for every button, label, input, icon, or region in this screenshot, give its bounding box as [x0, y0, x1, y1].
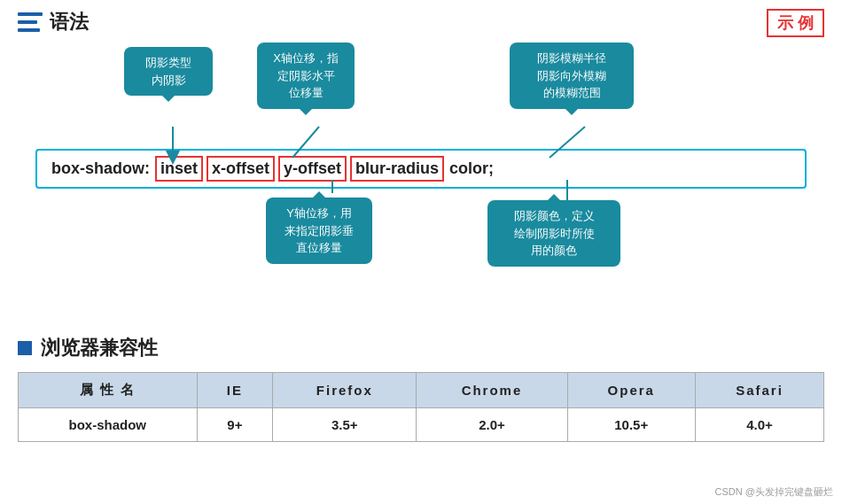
- syntax-bar-wrapper: box-shadow: inset x-offset y-offset blur…: [35, 149, 807, 189]
- syntax-property: box-shadow:: [48, 158, 153, 180]
- syntax-y-offset: y-offset: [278, 156, 347, 182]
- table-body: box-shadow 9+ 3.5+ 2.0+ 10.5+ 4.0+: [19, 408, 824, 442]
- table-header-row: 属 性 名 IE Firefox Chrome Opera Safari: [19, 373, 824, 408]
- tooltip-blur-radius: 阴影模糊半径 阴影向外模糊 的模糊范围: [510, 43, 634, 109]
- cell-chrome: 2.0+: [417, 408, 567, 442]
- table-row: box-shadow 9+ 3.5+ 2.0+ 10.5+ 4.0+: [19, 408, 824, 442]
- cell-opera: 10.5+: [567, 408, 695, 442]
- syntax-title: 语法: [50, 9, 89, 35]
- syntax-bar: box-shadow: inset x-offset y-offset blur…: [35, 149, 807, 189]
- syntax-color: color;: [446, 158, 497, 180]
- tooltip-color: 阴影颜色，定义 绘制阴影时所使 用的颜色: [487, 200, 620, 267]
- section-title: 浏览器兼容性: [41, 335, 158, 361]
- cell-ie: 9+: [197, 408, 273, 442]
- bottom-section: 浏览器兼容性 属 性 名 IE Firefox Chrome Opera Saf…: [18, 335, 824, 442]
- section-header: 浏览器兼容性: [18, 335, 824, 361]
- col-header-opera: Opera: [567, 373, 695, 408]
- table-head: 属 性 名 IE Firefox Chrome Opera Safari: [19, 373, 824, 408]
- cell-property: box-shadow: [19, 408, 198, 442]
- col-header-property: 属 性 名: [19, 373, 198, 408]
- top-right-partial: 示 例: [767, 9, 824, 37]
- compat-table: 属 性 名 IE Firefox Chrome Opera Safari box…: [18, 372, 824, 442]
- col-header-safari: Safari: [695, 373, 823, 408]
- cell-firefox: 3.5+: [273, 408, 417, 442]
- tooltip-x-offset: X轴位移，指 定阴影水平 位移量: [257, 43, 355, 109]
- section-marker: [18, 341, 32, 355]
- col-header-ie: IE: [197, 373, 273, 408]
- cell-safari: 4.0+: [695, 408, 823, 442]
- watermark: CSDN @头发掉完键盘砸烂: [715, 485, 833, 499]
- col-header-chrome: Chrome: [417, 373, 567, 408]
- syntax-icon: [18, 12, 43, 32]
- col-header-firefox: Firefox: [273, 373, 417, 408]
- annotation-area: 阴影类型 内阴影 X轴位移，指 定阴影水平 位移量 阴影模糊半径 阴影向外模糊 …: [18, 43, 824, 326]
- tooltip-y-offset: Y轴位移，用 来指定阴影垂 直位移量: [266, 198, 372, 264]
- syntax-x-offset: x-offset: [207, 156, 275, 182]
- syntax-blur-radius: blur-radius: [350, 156, 444, 182]
- syntax-inset: inset: [155, 156, 203, 182]
- tooltip-shadow-type: 阴影类型 内阴影: [124, 47, 213, 96]
- header-section: 语法: [18, 9, 824, 35]
- page-container: 示 例 语法: [0, 0, 842, 504]
